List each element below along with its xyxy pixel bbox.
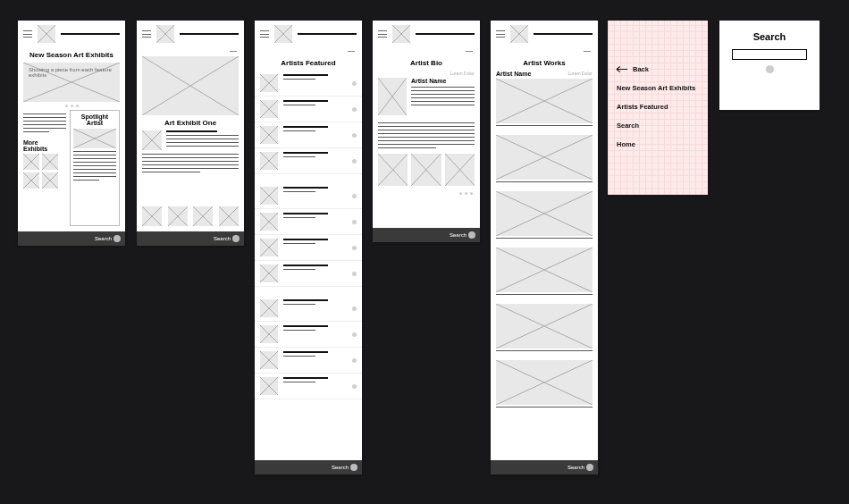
chevron-icon [352,384,357,389]
search-label[interactable]: Search [332,465,349,470]
page-title: Artists Featured [255,55,362,71]
header [373,21,480,47]
work-thumb[interactable] [445,154,475,186]
work-thumb[interactable] [378,154,408,186]
work-image[interactable] [496,79,593,123]
work-caption [496,294,593,295]
back-icon[interactable] [466,47,475,55]
logo [38,25,55,43]
list-item[interactable] [255,183,362,209]
thumb[interactable] [142,206,162,226]
menu-icon[interactable] [496,30,505,38]
artboard-artists: Artists Featured Search [255,21,362,475]
work-image[interactable] [496,191,593,236]
search-label[interactable]: Search [450,232,467,238]
menu-item[interactable]: Artists Featured [608,97,708,116]
menu-item[interactable]: Home [608,135,708,154]
work-image[interactable] [496,135,593,180]
header-title [534,33,593,35]
chevron-icon [352,246,357,250]
list-item[interactable] [255,261,362,287]
thumb[interactable] [168,206,188,226]
thumb[interactable] [42,154,58,170]
search-icon[interactable] [350,464,357,471]
artboard-works: Artist Works Artist Name Lorem Dolor Sea… [491,21,598,475]
menu-icon[interactable] [260,30,269,38]
list-item[interactable] [255,374,362,399]
list-item[interactable] [255,296,362,322]
artboard-search: Search [719,21,820,110]
pagination[interactable] [18,102,125,110]
works-grid [373,154,480,189]
bio-text [411,87,475,105]
work-caption [496,407,593,407]
footer: Search [255,460,362,475]
page-title: Artist Works [491,55,598,71]
hero-caption: Showing a piece from each feature exhibi… [23,64,120,80]
list-item[interactable] [255,322,362,348]
header [491,21,598,47]
work-image[interactable] [496,304,593,349]
menu-icon[interactable] [378,30,387,38]
related-thumbs [137,205,244,231]
menu-icon[interactable] [23,30,32,38]
logo [274,25,292,43]
chevron-icon [352,159,357,164]
search-icon[interactable] [113,235,121,242]
body-text [23,110,66,132]
hero-image[interactable]: Showing a piece from each feature exhibi… [23,63,120,102]
list-item[interactable] [255,235,362,261]
thumb[interactable] [42,172,58,189]
artist-list [255,71,362,460]
spotlight-image[interactable] [73,129,116,148]
list-item[interactable] [255,122,362,148]
search-input[interactable] [732,49,807,60]
back-icon[interactable] [230,47,239,55]
search-submit-icon[interactable] [766,65,774,73]
search-icon[interactable] [232,235,240,242]
header [18,21,125,47]
thumb[interactable] [193,206,213,226]
list-item[interactable] [255,348,362,374]
page-title: Art Exhibit One [137,115,244,130]
thumb[interactable] [219,206,239,226]
menu-item[interactable]: Search [608,116,708,135]
search-label[interactable]: Search [214,236,231,241]
menu-item[interactable]: New Season Art Exhibits [608,79,708,97]
back-arrow-icon [617,69,627,70]
search-icon[interactable] [468,231,475,239]
search-label[interactable]: Search [95,236,112,241]
search-icon[interactable] [586,464,593,471]
hero-image[interactable] [142,56,239,115]
search-title: Search [719,21,820,47]
work-image[interactable] [496,248,593,292]
more-exhibits-heading: More Exhibits [23,138,66,154]
search-label[interactable]: Search [567,465,584,470]
list-item[interactable] [255,148,362,174]
exhibit-thumb[interactable] [142,130,162,150]
artboard-exhibit: Art Exhibit One Search [137,21,244,246]
thumb[interactable] [23,172,39,189]
header-title [180,33,239,35]
meta-label: Lorem Dolor [567,71,593,77]
bio-text-2 [373,117,480,154]
list-item[interactable] [255,209,362,235]
chevron-icon [352,220,357,224]
list-item[interactable] [255,71,362,97]
back-icon[interactable] [348,47,357,55]
pagination[interactable] [373,189,480,197]
back-icon[interactable] [584,47,593,55]
work-caption [496,350,593,351]
work-caption [496,238,593,239]
artist-name: Artist Name [496,71,531,77]
list-item[interactable] [255,97,362,122]
exhibit-text [166,130,239,150]
header-title [61,33,120,35]
work-thumb[interactable] [411,154,441,186]
header-title [298,33,357,35]
menu-icon[interactable] [142,30,151,38]
portrait [378,78,407,115]
menu-back[interactable]: Back [608,60,708,79]
thumb[interactable] [23,154,39,170]
work-image[interactable] [496,360,593,405]
